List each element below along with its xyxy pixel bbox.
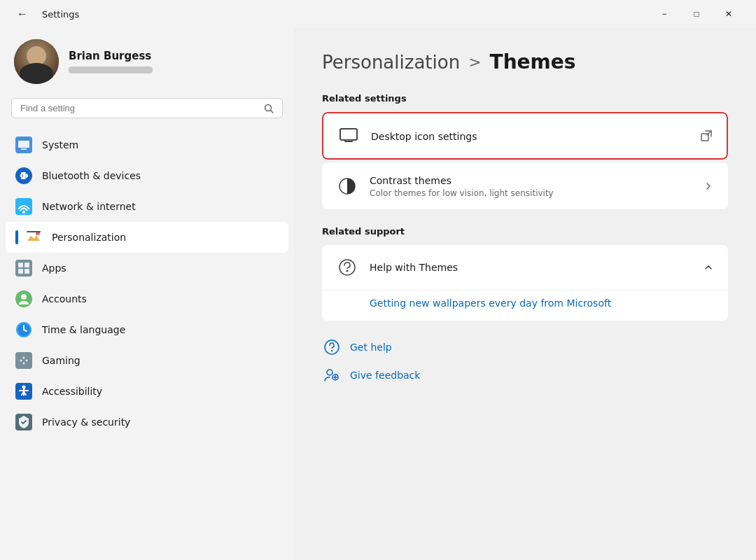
sidebar-item-privacy[interactable]: Privacy & security <box>6 407 288 438</box>
get-help-item[interactable]: Get help <box>322 337 728 357</box>
help-themes-row[interactable]: Help with Themes <box>322 245 728 290</box>
maximize-button[interactable]: □ <box>680 3 713 25</box>
svg-rect-35 <box>344 141 353 142</box>
related-support-section: Related support Help with Themes <box>322 226 728 321</box>
svg-rect-3 <box>18 141 29 148</box>
active-indicator <box>15 230 18 244</box>
sidebar-item-label: Time & language <box>42 324 125 335</box>
main-content: Personalization > Themes Related setting… <box>294 28 756 560</box>
search-area <box>0 98 294 130</box>
help-themes-expanded: Getting new wallpapers every day from Mi… <box>322 290 728 321</box>
desktop-icon-settings-row[interactable]: Desktop icon settings <box>322 112 728 160</box>
give-feedback-item[interactable]: Give feedback <box>322 365 728 385</box>
sidebar-item-label: Gaming <box>42 355 80 366</box>
give-feedback-label: Give feedback <box>350 370 420 381</box>
accessibility-icon <box>15 383 32 400</box>
svg-rect-22 <box>15 352 32 369</box>
breadcrumb-current: Themes <box>490 50 576 74</box>
window-title: Settings <box>42 9 79 20</box>
related-support-label: Related support <box>322 226 728 237</box>
personalization-icon <box>25 229 42 246</box>
gaming-icon <box>15 352 32 369</box>
sidebar-item-label: Accounts <box>42 293 87 304</box>
svg-line-38 <box>707 131 711 135</box>
privacy-icon <box>15 414 32 430</box>
contrast-themes-subtitle: Color themes for low vision, light sensi… <box>370 188 692 198</box>
help-icon <box>336 256 358 279</box>
svg-rect-4 <box>21 148 27 150</box>
svg-point-8 <box>22 211 25 214</box>
sidebar-item-accessibility[interactable]: Accessibility <box>6 376 288 407</box>
help-themes-title: Help with Themes <box>370 262 692 273</box>
search-box[interactable] <box>11 98 283 118</box>
wallpaper-link[interactable]: Getting new wallpapers every day from Mi… <box>370 298 611 309</box>
svg-rect-36 <box>346 140 351 141</box>
minimize-button[interactable]: − <box>648 3 680 25</box>
sidebar-item-network[interactable]: Network & internet <box>6 191 288 222</box>
svg-rect-14 <box>18 269 23 274</box>
svg-point-43 <box>331 350 332 351</box>
avatar-image <box>14 39 59 84</box>
nav-list: System 𝚽 Bluetooth & devices <box>0 130 294 438</box>
accounts-icon <box>15 290 32 307</box>
desktop-icon <box>337 125 360 147</box>
breadcrumb-parent: Personalization <box>322 52 460 73</box>
title-bar: ← Settings − □ ✕ <box>0 0 756 28</box>
svg-rect-34 <box>340 129 357 140</box>
svg-line-1 <box>271 110 274 113</box>
sidebar-item-label: Privacy & security <box>42 416 130 428</box>
svg-rect-13 <box>24 262 29 267</box>
avatar <box>14 39 59 84</box>
get-help-icon <box>322 337 342 357</box>
user-subtitle-bar <box>69 66 153 74</box>
desktop-icon-settings-title: Desktop icon settings <box>371 131 477 142</box>
svg-point-25 <box>23 363 25 365</box>
sidebar-item-personalization[interactable]: Personalization <box>6 222 288 253</box>
close-button[interactable]: ✕ <box>713 3 745 25</box>
svg-point-41 <box>346 270 349 272</box>
app-body: Brian Burgess <box>0 28 756 560</box>
external-link-icon <box>700 130 713 142</box>
user-info: Brian Burgess <box>69 50 153 74</box>
svg-point-24 <box>23 357 25 359</box>
contrast-themes-card: Contrast themes Color themes for low vis… <box>322 162 728 209</box>
contrast-themes-title: Contrast themes <box>370 175 451 186</box>
sidebar-item-time[interactable]: Time & language <box>6 314 288 345</box>
get-help-label: Get help <box>350 342 392 353</box>
contrast-icon <box>336 175 358 197</box>
user-profile[interactable]: Brian Burgess <box>0 28 294 98</box>
contrast-themes-row[interactable]: Contrast themes Color themes for low vis… <box>322 162 728 209</box>
user-name: Brian Burgess <box>69 50 153 62</box>
sidebar: Brian Burgess <box>0 28 294 560</box>
svg-rect-10 <box>27 231 41 232</box>
sidebar-item-system[interactable]: System <box>6 130 288 160</box>
window-controls: − □ ✕ <box>648 3 745 25</box>
sidebar-item-accounts[interactable]: Accounts <box>6 284 288 314</box>
svg-rect-12 <box>18 262 23 267</box>
sidebar-item-gaming[interactable]: Gaming <box>6 345 288 376</box>
breadcrumb: Personalization > Themes <box>322 50 728 74</box>
chevron-up-icon <box>703 262 714 273</box>
help-themes-card: Help with Themes Getting new wallpapers … <box>322 245 728 321</box>
sidebar-item-apps[interactable]: Apps <box>6 253 288 284</box>
sidebar-item-label: System <box>42 139 78 150</box>
svg-rect-15 <box>24 269 29 274</box>
network-icon <box>15 198 32 215</box>
svg-point-17 <box>21 294 27 300</box>
bottom-links: Get help Give feedback <box>322 337 728 385</box>
svg-point-44 <box>327 370 332 375</box>
search-input[interactable] <box>20 103 258 113</box>
search-icon <box>264 104 274 113</box>
sidebar-item-bluetooth[interactable]: 𝚽 Bluetooth & devices <box>6 160 288 191</box>
system-icon <box>15 136 32 153</box>
back-button[interactable]: ← <box>11 5 34 23</box>
svg-point-42 <box>325 340 339 354</box>
bluetooth-icon: 𝚽 <box>15 167 32 184</box>
desktop-icon-settings-card: Desktop icon settings <box>322 112 728 160</box>
contrast-themes-content: Contrast themes Color themes for low vis… <box>370 174 692 198</box>
sidebar-item-label: Apps <box>42 262 66 274</box>
related-settings-section: Related settings Desktop icon settings <box>322 93 728 209</box>
give-feedback-icon <box>322 365 342 385</box>
sidebar-item-label: Bluetooth & devices <box>42 170 141 181</box>
breadcrumb-arrow: > <box>468 53 481 71</box>
